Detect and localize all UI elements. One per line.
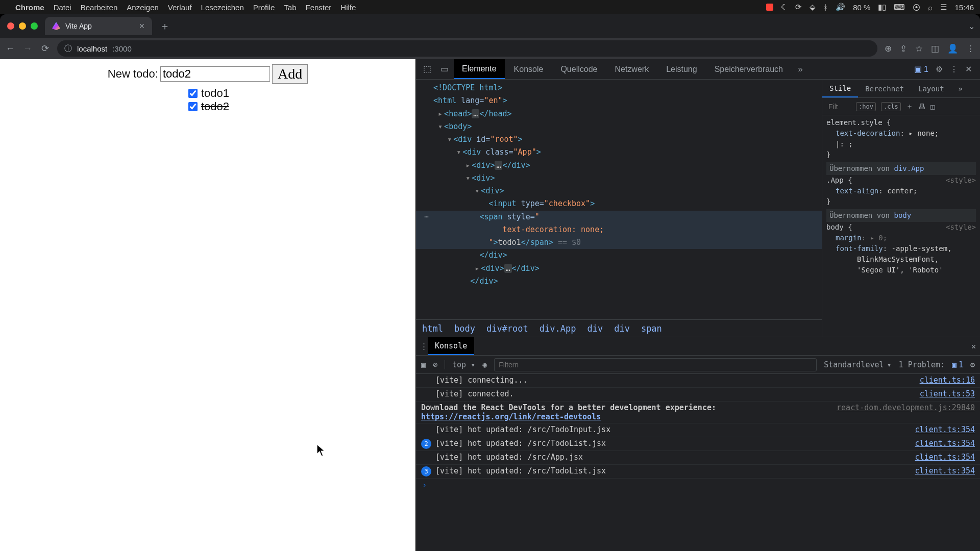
tab-quellcode[interactable]: Quellcode bbox=[552, 59, 605, 79]
todo-list: todo1 todo2 bbox=[186, 87, 229, 113]
wifi-icon[interactable]: ⦿ bbox=[913, 3, 920, 12]
device-toggle-icon[interactable]: ▭ bbox=[436, 64, 453, 74]
problems-badge[interactable]: ▣ 1 bbox=[952, 360, 963, 369]
active-app-name[interactable]: Chrome bbox=[15, 3, 44, 12]
zoom-icon[interactable]: ⊕ bbox=[885, 43, 892, 54]
crumb[interactable]: span bbox=[641, 323, 662, 334]
issues-badge[interactable]: ▣ 1 bbox=[914, 64, 928, 74]
console-drawer: ⋮ Konsole ✕ ▣ ⊘ top ▾ ◉ Standardlevel ▾ … bbox=[416, 337, 980, 551]
battery-percent[interactable]: 80 % bbox=[853, 3, 870, 12]
hov-toggle[interactable]: :hov bbox=[856, 102, 876, 111]
chrome-menu-button[interactable]: ⋮ bbox=[966, 43, 975, 54]
menu-anzeigen[interactable]: Anzeigen bbox=[127, 3, 159, 12]
window-zoom-button[interactable] bbox=[31, 22, 38, 30]
print-emulation-icon[interactable]: 🖶 bbox=[918, 103, 925, 111]
app-viewport: New todo: Add todo1 todo2 bbox=[0, 59, 415, 551]
tab-netzwerk[interactable]: Netzwerk bbox=[606, 59, 657, 79]
share-icon[interactable]: ⇪ bbox=[900, 43, 907, 54]
problems-label: 1 Problem: bbox=[899, 360, 945, 369]
crumb[interactable]: div.App bbox=[540, 323, 576, 334]
url-port: :3000 bbox=[112, 44, 132, 53]
crumb[interactable]: html bbox=[422, 323, 443, 334]
favicon-icon bbox=[52, 22, 60, 30]
crumb[interactable]: div#root bbox=[486, 323, 528, 334]
url-host: localhost bbox=[77, 44, 107, 53]
new-tab-button[interactable]: ＋ bbox=[157, 18, 173, 34]
tab-speicher[interactable]: Speicherverbrauch bbox=[706, 59, 791, 79]
devtools-close-icon[interactable]: ✕ bbox=[965, 64, 972, 74]
tab-elemente[interactable]: Elemente bbox=[454, 59, 505, 79]
tab-konsole[interactable]: Konsole bbox=[506, 59, 552, 79]
drawer-tab-konsole[interactable]: Konsole bbox=[428, 337, 474, 355]
clear-console-icon[interactable]: ⊘ bbox=[433, 360, 437, 369]
site-info-icon[interactable]: ⓘ bbox=[64, 44, 72, 54]
browser-tab[interactable]: Vite App ✕ bbox=[45, 17, 152, 35]
react-devtools-link[interactable]: https://reactjs.org/link/react-devtools bbox=[421, 412, 601, 421]
crumb[interactable]: div bbox=[614, 323, 630, 334]
todo-checkbox[interactable] bbox=[188, 102, 198, 111]
cls-toggle[interactable]: .cls bbox=[881, 102, 901, 111]
window-close-button[interactable] bbox=[7, 22, 14, 30]
tab-close-button[interactable]: ✕ bbox=[139, 22, 145, 30]
recording-icon[interactable] bbox=[766, 4, 773, 11]
tab-overflow-button[interactable]: ⌄ bbox=[968, 21, 975, 31]
address-bar[interactable]: ⓘ localhost:3000 bbox=[57, 40, 877, 57]
console-filter-input[interactable] bbox=[494, 358, 817, 371]
bluetooth-icon[interactable]: ᚼ bbox=[823, 3, 828, 12]
drawer-close-icon[interactable]: ✕ bbox=[971, 342, 976, 351]
menu-profile[interactable]: Profile bbox=[253, 3, 275, 12]
styles-tab-berechnet[interactable]: Berechnet bbox=[858, 80, 911, 97]
styles-tabs-overflow[interactable]: » bbox=[951, 80, 970, 97]
forward-button[interactable]: → bbox=[22, 43, 33, 54]
console-settings-icon[interactable]: ⚙ bbox=[970, 360, 975, 369]
control-center-icon[interactable]: ☰ bbox=[940, 3, 947, 12]
live-expression-icon[interactable]: ◉ bbox=[482, 360, 487, 369]
new-style-rule-icon[interactable]: ＋ bbox=[906, 102, 913, 111]
styles-tab-stile[interactable]: Stile bbox=[822, 80, 858, 97]
computed-toggle-icon[interactable]: ◫ bbox=[930, 103, 935, 111]
profile-icon[interactable]: 👤 bbox=[947, 43, 958, 54]
context-selector[interactable]: top ▾ bbox=[452, 360, 475, 369]
battery-icon[interactable]: ▮▯ bbox=[878, 3, 886, 12]
dom-breadcrumbs[interactable]: html body div#root div.App div div span bbox=[416, 319, 822, 337]
inspect-icon[interactable]: ⬚ bbox=[419, 64, 435, 74]
styles-rules[interactable]: element.style { text-decoration: ▸ none;… bbox=[822, 115, 980, 278]
window-minimize-button[interactable] bbox=[19, 22, 26, 30]
volume-icon[interactable]: 🔊 bbox=[836, 3, 845, 12]
tab-leistung[interactable]: Leistung bbox=[658, 59, 705, 79]
styles-filter-input[interactable] bbox=[827, 102, 851, 111]
menu-lesezeichen[interactable]: Lesezeichen bbox=[201, 3, 244, 12]
new-todo-input[interactable] bbox=[160, 66, 270, 82]
sync-icon[interactable]: ⟳ bbox=[795, 3, 802, 12]
clock[interactable]: 15:46 bbox=[954, 3, 974, 12]
devtools-tabs: ⬚ ▭ Elemente Konsole Quellcode Netzwerk … bbox=[416, 59, 980, 80]
reload-button[interactable]: ⟳ bbox=[40, 43, 50, 54]
menu-datei[interactable]: Datei bbox=[54, 3, 71, 12]
dropbox-icon[interactable]: ⬙ bbox=[810, 3, 816, 12]
console-prompt[interactable]: › bbox=[416, 479, 980, 492]
menu-fenster[interactable]: Fenster bbox=[306, 3, 332, 12]
spotlight-icon[interactable]: ⌕ bbox=[928, 3, 933, 12]
settings-icon[interactable]: ⚙ bbox=[936, 64, 943, 74]
sidepanel-icon[interactable]: ◫ bbox=[931, 43, 939, 54]
menu-verlauf[interactable]: Verlauf bbox=[168, 3, 192, 12]
devtools-menu-icon[interactable]: ⋮ bbox=[950, 64, 958, 74]
keyboard-icon[interactable]: ⌨ bbox=[894, 3, 905, 12]
menu-tab[interactable]: Tab bbox=[284, 3, 296, 12]
log-level-selector[interactable]: Standardlevel ▾ bbox=[824, 360, 891, 369]
add-button[interactable]: Add bbox=[272, 64, 308, 84]
menu-hilfe[interactable]: Hilfe bbox=[340, 3, 356, 12]
console-output[interactable]: 0[vite] connecting...client.ts:16 0[vite… bbox=[416, 374, 980, 551]
do-not-disturb-icon[interactable]: ☾ bbox=[781, 3, 788, 12]
console-sidebar-toggle-icon[interactable]: ▣ bbox=[421, 360, 426, 369]
styles-tab-layout[interactable]: Layout bbox=[911, 80, 951, 97]
back-button[interactable]: ← bbox=[5, 43, 15, 54]
crumb[interactable]: body bbox=[454, 323, 475, 334]
bookmark-icon[interactable]: ☆ bbox=[915, 43, 923, 54]
crumb[interactable]: div bbox=[587, 323, 603, 334]
drawer-menu-icon[interactable]: ⋮ bbox=[420, 342, 428, 351]
todo-checkbox[interactable] bbox=[188, 89, 198, 98]
tabs-overflow-icon[interactable]: » bbox=[792, 64, 808, 74]
dom-tree[interactable]: <!DOCTYPE html> <html lang="en"> ▸<head>… bbox=[416, 80, 822, 319]
menu-bearbeiten[interactable]: Bearbeiten bbox=[81, 3, 118, 12]
